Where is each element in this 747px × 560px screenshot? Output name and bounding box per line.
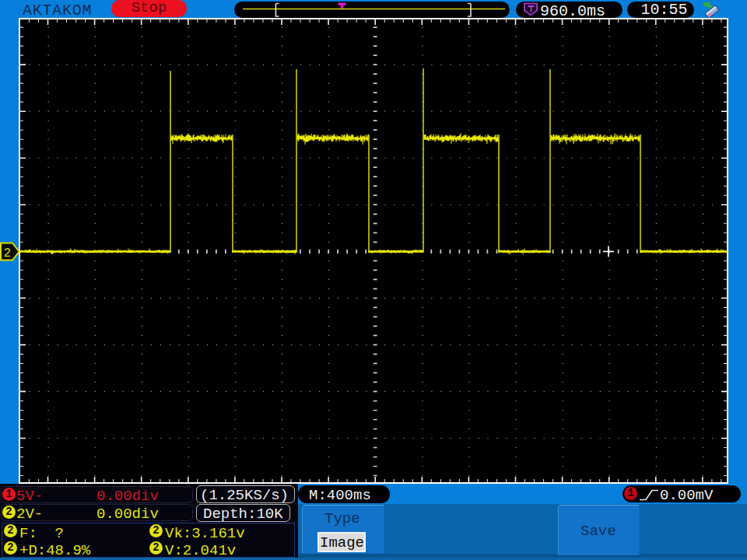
svg-text:2: 2 [4, 247, 12, 261]
